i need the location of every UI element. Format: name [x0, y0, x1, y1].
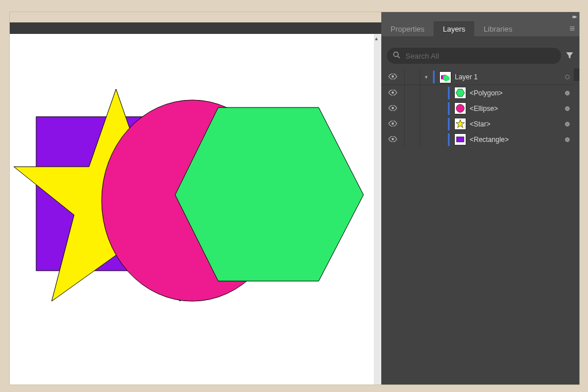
lock-column[interactable]	[404, 132, 420, 147]
svg-rect-14	[457, 137, 464, 142]
tab-libraries[interactable]: Libraries	[474, 21, 521, 36]
selection-color-bar	[448, 133, 450, 146]
sublayer-row-star[interactable]: <Star>	[381, 116, 574, 132]
visibility-toggle[interactable]	[381, 89, 404, 97]
filter-icon[interactable]	[566, 51, 574, 61]
eye-icon	[388, 120, 397, 128]
app-frame: ▴ ▸▸ Properties Layers Libraries ≡	[9, 11, 580, 385]
layers-panel: ▾ Layer 1	[381, 36, 579, 385]
visibility-toggle[interactable]	[381, 73, 404, 81]
search-icon	[393, 51, 401, 61]
svg-point-10	[457, 105, 465, 113]
layers-list: ▾ Layer 1	[381, 70, 574, 385]
svg-marker-8	[456, 89, 465, 97]
selection-color-bar	[448, 102, 450, 115]
svg-point-13	[392, 138, 394, 140]
tab-properties[interactable]: Properties	[381, 21, 434, 36]
search-row	[387, 48, 574, 64]
sublayer-row-ellipse[interactable]: <Ellipse>	[381, 101, 574, 116]
right-panel: ▸▸ Properties Layers Libraries ≡	[381, 12, 579, 385]
sublayer-thumbnail[interactable]	[454, 87, 466, 99]
selection-color-bar	[448, 87, 450, 99]
panel-edge-tab[interactable]	[574, 68, 579, 81]
document-tab-bar[interactable]	[10, 22, 382, 34]
search-box[interactable]	[387, 48, 561, 64]
eye-icon	[388, 136, 397, 144]
target-icon[interactable]	[565, 75, 570, 79]
scroll-up-arrow[interactable]: ▴	[375, 35, 378, 41]
svg-point-0	[394, 52, 399, 56]
target-icon[interactable]	[565, 106, 570, 111]
svg-point-7	[392, 91, 394, 94]
visibility-toggle[interactable]	[381, 136, 404, 144]
sublayer-name-label[interactable]: <Polygon>	[470, 89, 502, 97]
layer-row-layer1[interactable]: ▾ Layer 1	[381, 70, 574, 85]
search-input[interactable]	[405, 52, 555, 60]
lock-column[interactable]	[404, 70, 420, 85]
sublayer-name-label[interactable]: <Rectangle>	[470, 136, 509, 144]
tab-layers[interactable]: Layers	[434, 21, 474, 36]
eye-icon	[388, 89, 397, 97]
sublayer-thumbnail[interactable]	[454, 102, 466, 114]
artwork-canvas	[10, 34, 377, 385]
svg-line-1	[398, 56, 400, 58]
svg-marker-12	[456, 120, 465, 128]
selection-color-bar	[448, 118, 450, 130]
svg-point-9	[392, 107, 394, 109]
svg-point-3	[392, 75, 394, 78]
sublayer-thumbnail[interactable]	[454, 118, 466, 130]
svg-marker-6	[443, 75, 450, 82]
lock-column[interactable]	[404, 101, 420, 116]
layer-thumbnail[interactable]	[439, 71, 451, 83]
sublayer-thumbnail[interactable]	[454, 133, 466, 145]
layer-name-label[interactable]: Layer 1	[455, 73, 478, 81]
workspace: ▴ ▸▸ Properties Layers Libraries ≡	[10, 12, 579, 385]
sublayer-row-polygon[interactable]: <Polygon>	[381, 85, 574, 101]
sublayer-name-label[interactable]: <Ellipse>	[470, 105, 498, 113]
lock-column[interactable]	[404, 116, 420, 132]
collapse-panels-icon[interactable]: ▸▸	[572, 13, 576, 20]
panel-menu-icon[interactable]: ≡	[570, 24, 575, 34]
sublayer-row-rectangle[interactable]: <Rectangle>	[381, 132, 574, 147]
expand-arrow-icon[interactable]: ▾	[423, 74, 430, 80]
visibility-toggle[interactable]	[381, 120, 404, 128]
target-icon[interactable]	[565, 137, 570, 142]
visibility-toggle[interactable]	[381, 105, 404, 113]
eye-icon	[388, 73, 397, 81]
eye-icon	[388, 105, 397, 113]
lock-column[interactable]	[404, 85, 420, 101]
svg-marker-2	[566, 52, 573, 59]
sublayer-name-label[interactable]: <Star>	[470, 120, 490, 128]
target-icon[interactable]	[565, 122, 570, 126]
svg-point-11	[392, 122, 394, 125]
selection-color-bar	[433, 71, 435, 83]
target-icon[interactable]	[565, 91, 570, 95]
panel-tabs: Properties Layers Libraries ≡	[381, 21, 579, 36]
canvas[interactable]: ▴	[10, 34, 382, 385]
